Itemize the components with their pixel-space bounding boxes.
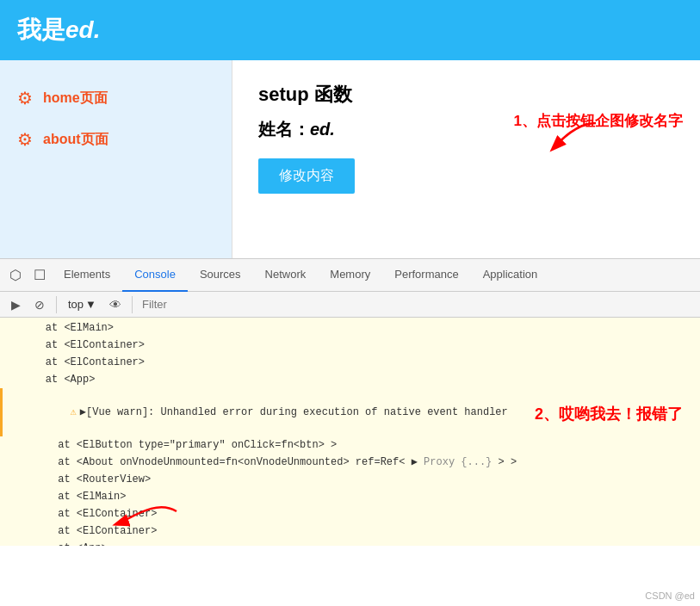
app-header: 我是ed. [0,0,700,60]
devtools-mobile-icon[interactable]: ☐ [28,263,52,288]
console-line: at <ElMain> [0,488,700,505]
gear-icon-home: ⚙ [17,88,33,108]
modify-button[interactable]: 修改内容 [258,158,355,194]
tab-elements[interactable]: Elements [52,259,122,292]
console-area: at <ElMain> at <ElContainer> at <ElConta… [0,318,700,546]
eye-icon[interactable]: 👁 [105,294,126,315]
console-line: at <About onVnodeUnmounted=fn<onVnodeUnm… [0,454,700,471]
devtools-cursor-icon[interactable]: ⬡ [3,263,28,288]
tab-console[interactable]: Console [122,259,188,292]
title-prefix: 我是 [17,16,65,43]
gear-icon-about: ⚙ [17,129,33,150]
title-italic: ed. [65,16,100,43]
devtools-tabs-bar: ⬡ ☐ Elements Console Sources Network Mem… [0,259,700,292]
console-line: at <App> [0,371,700,388]
watermark: CSDN @ed [645,591,695,601]
context-label: top [68,298,84,311]
devtools-panel: ⬡ ☐ Elements Console Sources Network Mem… [0,258,700,606]
sidebar-label-home: home页面 [43,90,108,108]
annotation-1-group: 1、点击按钮企图修改名字 [514,111,683,131]
arrow-1 [548,119,600,157]
section-title: setup 函数 [258,82,674,108]
block-icon[interactable]: ⊘ [29,294,50,315]
proxy-text: Proxy {...} [424,456,492,468]
sidebar-item-home[interactable]: ⚙ home页面 [0,77,232,119]
arrow-svg-1 [548,119,600,153]
toolbar-separator-2 [132,296,133,313]
filter-input[interactable] [139,296,695,312]
sidebar-item-about[interactable]: ⚙ about页面 [0,119,232,160]
app-area: ⚙ home页面 ⚙ about页面 setup 函数 姓名：ed. 修改内容 … [0,60,700,258]
console-line: at <App> [0,540,700,546]
name-label: 姓名： [258,120,310,139]
tab-application[interactable]: Application [471,259,550,292]
tab-performance[interactable]: Performance [382,259,470,292]
console-line: at <ElContainer> [0,337,700,354]
console-line: at <ElButton type="primary" onClick=fn<b… [0,436,700,454]
console-line: at <ElMain> [0,319,700,337]
tab-network[interactable]: Network [253,259,319,292]
warning-icon: ⚠ [71,406,77,418]
tab-memory[interactable]: Memory [318,259,382,292]
console-line: at <ElContainer> [0,505,700,523]
devtools-toolbar: ▶ ⊘ top ▼ 👁 [0,292,700,318]
dropdown-arrow: ▼ [85,298,96,311]
toolbar-separator-1 [56,296,57,313]
console-warn-line: ⚠▶[Vue warn]: Unhandled error during exe… [0,388,700,436]
sidebar-label-about: about页面 [43,131,108,149]
console-line: at <ElContainer> [0,523,700,540]
sidebar: ⚙ home页面 ⚙ about页面 [0,60,232,258]
annotation-area: 修改内容 1、点击按钮企图修改名字 [258,158,674,194]
app-title: 我是ed. [17,14,100,46]
name-value: ed. [310,120,335,139]
tab-sources[interactable]: Sources [188,259,253,292]
context-dropdown[interactable]: top ▼ [63,296,102,312]
console-wrapper: at <ElMain> at <ElContainer> at <ElConta… [0,318,700,606]
console-line: at <ElContainer> [0,354,700,371]
play-icon[interactable]: ▶ [5,294,26,315]
main-content: setup 函数 姓名：ed. 修改内容 1、点击按钮企图修改名字 [232,60,700,258]
console-line: at <RouterView> [0,471,700,488]
